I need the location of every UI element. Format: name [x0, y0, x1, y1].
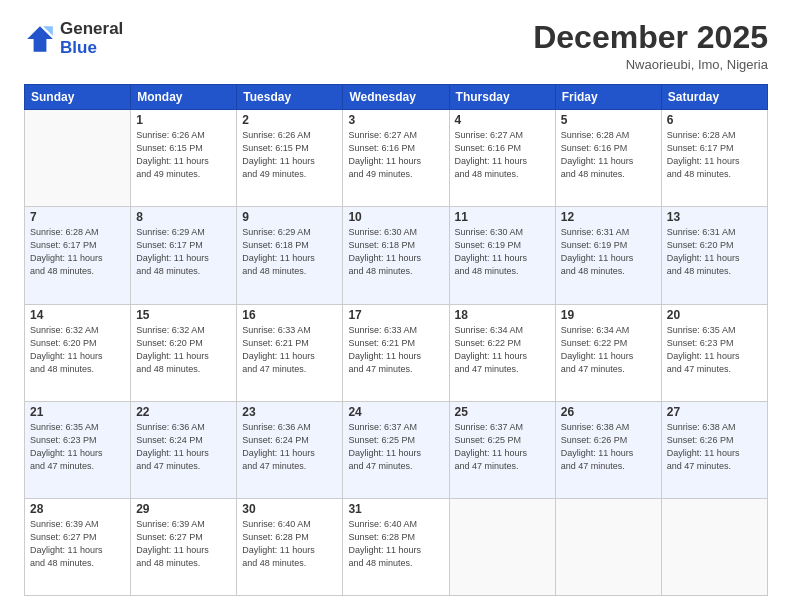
day-info: Sunrise: 6:32 AMSunset: 6:20 PMDaylight:…	[30, 324, 125, 376]
day-info: Sunrise: 6:29 AMSunset: 6:17 PMDaylight:…	[136, 226, 231, 278]
day-number: 22	[136, 405, 231, 419]
day-info: Sunrise: 6:39 AMSunset: 6:27 PMDaylight:…	[136, 518, 231, 570]
table-row: 3Sunrise: 6:27 AMSunset: 6:16 PMDaylight…	[343, 110, 449, 207]
day-number: 27	[667, 405, 762, 419]
day-info: Sunrise: 6:31 AMSunset: 6:20 PMDaylight:…	[667, 226, 762, 278]
location: Nwaorieubi, Imo, Nigeria	[533, 57, 768, 72]
title-block: December 2025 Nwaorieubi, Imo, Nigeria	[533, 20, 768, 72]
logo-text: General Blue	[60, 20, 123, 57]
logo-icon	[24, 23, 56, 55]
calendar: Sunday Monday Tuesday Wednesday Thursday…	[24, 84, 768, 596]
day-info: Sunrise: 6:28 AMSunset: 6:17 PMDaylight:…	[667, 129, 762, 181]
table-row	[25, 110, 131, 207]
table-row: 2Sunrise: 6:26 AMSunset: 6:15 PMDaylight…	[237, 110, 343, 207]
table-row: 29Sunrise: 6:39 AMSunset: 6:27 PMDayligh…	[131, 498, 237, 595]
day-number: 8	[136, 210, 231, 224]
table-row	[449, 498, 555, 595]
day-number: 18	[455, 308, 550, 322]
day-info: Sunrise: 6:34 AMSunset: 6:22 PMDaylight:…	[455, 324, 550, 376]
day-info: Sunrise: 6:27 AMSunset: 6:16 PMDaylight:…	[348, 129, 443, 181]
table-row: 22Sunrise: 6:36 AMSunset: 6:24 PMDayligh…	[131, 401, 237, 498]
day-info: Sunrise: 6:29 AMSunset: 6:18 PMDaylight:…	[242, 226, 337, 278]
table-row: 30Sunrise: 6:40 AMSunset: 6:28 PMDayligh…	[237, 498, 343, 595]
day-info: Sunrise: 6:30 AMSunset: 6:19 PMDaylight:…	[455, 226, 550, 278]
weekday-header-row: Sunday Monday Tuesday Wednesday Thursday…	[25, 85, 768, 110]
day-info: Sunrise: 6:35 AMSunset: 6:23 PMDaylight:…	[667, 324, 762, 376]
day-number: 3	[348, 113, 443, 127]
day-number: 25	[455, 405, 550, 419]
logo-general-text: General	[60, 20, 123, 39]
day-number: 6	[667, 113, 762, 127]
day-info: Sunrise: 6:32 AMSunset: 6:20 PMDaylight:…	[136, 324, 231, 376]
table-row: 10Sunrise: 6:30 AMSunset: 6:18 PMDayligh…	[343, 207, 449, 304]
day-info: Sunrise: 6:30 AMSunset: 6:18 PMDaylight:…	[348, 226, 443, 278]
day-number: 17	[348, 308, 443, 322]
table-row: 6Sunrise: 6:28 AMSunset: 6:17 PMDaylight…	[661, 110, 767, 207]
table-row: 11Sunrise: 6:30 AMSunset: 6:19 PMDayligh…	[449, 207, 555, 304]
day-number: 16	[242, 308, 337, 322]
table-row: 5Sunrise: 6:28 AMSunset: 6:16 PMDaylight…	[555, 110, 661, 207]
table-row: 26Sunrise: 6:38 AMSunset: 6:26 PMDayligh…	[555, 401, 661, 498]
day-info: Sunrise: 6:37 AMSunset: 6:25 PMDaylight:…	[455, 421, 550, 473]
day-number: 26	[561, 405, 656, 419]
table-row: 8Sunrise: 6:29 AMSunset: 6:17 PMDaylight…	[131, 207, 237, 304]
table-row: 16Sunrise: 6:33 AMSunset: 6:21 PMDayligh…	[237, 304, 343, 401]
table-row: 13Sunrise: 6:31 AMSunset: 6:20 PMDayligh…	[661, 207, 767, 304]
day-number: 7	[30, 210, 125, 224]
header: General Blue December 2025 Nwaorieubi, I…	[24, 20, 768, 72]
table-row: 4Sunrise: 6:27 AMSunset: 6:16 PMDaylight…	[449, 110, 555, 207]
table-row: 14Sunrise: 6:32 AMSunset: 6:20 PMDayligh…	[25, 304, 131, 401]
table-row: 15Sunrise: 6:32 AMSunset: 6:20 PMDayligh…	[131, 304, 237, 401]
day-number: 1	[136, 113, 231, 127]
table-row: 31Sunrise: 6:40 AMSunset: 6:28 PMDayligh…	[343, 498, 449, 595]
calendar-week-row: 7Sunrise: 6:28 AMSunset: 6:17 PMDaylight…	[25, 207, 768, 304]
table-row	[661, 498, 767, 595]
day-info: Sunrise: 6:28 AMSunset: 6:17 PMDaylight:…	[30, 226, 125, 278]
header-friday: Friday	[555, 85, 661, 110]
table-row: 21Sunrise: 6:35 AMSunset: 6:23 PMDayligh…	[25, 401, 131, 498]
table-row: 19Sunrise: 6:34 AMSunset: 6:22 PMDayligh…	[555, 304, 661, 401]
table-row: 7Sunrise: 6:28 AMSunset: 6:17 PMDaylight…	[25, 207, 131, 304]
header-thursday: Thursday	[449, 85, 555, 110]
table-row: 9Sunrise: 6:29 AMSunset: 6:18 PMDaylight…	[237, 207, 343, 304]
day-number: 23	[242, 405, 337, 419]
table-row: 20Sunrise: 6:35 AMSunset: 6:23 PMDayligh…	[661, 304, 767, 401]
calendar-week-row: 21Sunrise: 6:35 AMSunset: 6:23 PMDayligh…	[25, 401, 768, 498]
day-info: Sunrise: 6:36 AMSunset: 6:24 PMDaylight:…	[242, 421, 337, 473]
day-info: Sunrise: 6:40 AMSunset: 6:28 PMDaylight:…	[348, 518, 443, 570]
day-number: 12	[561, 210, 656, 224]
day-number: 14	[30, 308, 125, 322]
logo-blue-text: Blue	[60, 39, 123, 58]
day-number: 15	[136, 308, 231, 322]
calendar-week-row: 28Sunrise: 6:39 AMSunset: 6:27 PMDayligh…	[25, 498, 768, 595]
day-number: 24	[348, 405, 443, 419]
calendar-week-row: 1Sunrise: 6:26 AMSunset: 6:15 PMDaylight…	[25, 110, 768, 207]
day-number: 10	[348, 210, 443, 224]
day-info: Sunrise: 6:27 AMSunset: 6:16 PMDaylight:…	[455, 129, 550, 181]
table-row	[555, 498, 661, 595]
day-number: 28	[30, 502, 125, 516]
day-info: Sunrise: 6:40 AMSunset: 6:28 PMDaylight:…	[242, 518, 337, 570]
day-number: 20	[667, 308, 762, 322]
day-number: 11	[455, 210, 550, 224]
day-info: Sunrise: 6:31 AMSunset: 6:19 PMDaylight:…	[561, 226, 656, 278]
day-info: Sunrise: 6:33 AMSunset: 6:21 PMDaylight:…	[242, 324, 337, 376]
month-title: December 2025	[533, 20, 768, 55]
table-row: 23Sunrise: 6:36 AMSunset: 6:24 PMDayligh…	[237, 401, 343, 498]
header-tuesday: Tuesday	[237, 85, 343, 110]
table-row: 12Sunrise: 6:31 AMSunset: 6:19 PMDayligh…	[555, 207, 661, 304]
day-number: 30	[242, 502, 337, 516]
day-info: Sunrise: 6:38 AMSunset: 6:26 PMDaylight:…	[667, 421, 762, 473]
calendar-week-row: 14Sunrise: 6:32 AMSunset: 6:20 PMDayligh…	[25, 304, 768, 401]
day-number: 19	[561, 308, 656, 322]
day-info: Sunrise: 6:37 AMSunset: 6:25 PMDaylight:…	[348, 421, 443, 473]
day-number: 13	[667, 210, 762, 224]
day-number: 31	[348, 502, 443, 516]
table-row: 28Sunrise: 6:39 AMSunset: 6:27 PMDayligh…	[25, 498, 131, 595]
day-info: Sunrise: 6:26 AMSunset: 6:15 PMDaylight:…	[136, 129, 231, 181]
table-row: 24Sunrise: 6:37 AMSunset: 6:25 PMDayligh…	[343, 401, 449, 498]
day-number: 4	[455, 113, 550, 127]
header-saturday: Saturday	[661, 85, 767, 110]
table-row: 1Sunrise: 6:26 AMSunset: 6:15 PMDaylight…	[131, 110, 237, 207]
day-info: Sunrise: 6:34 AMSunset: 6:22 PMDaylight:…	[561, 324, 656, 376]
